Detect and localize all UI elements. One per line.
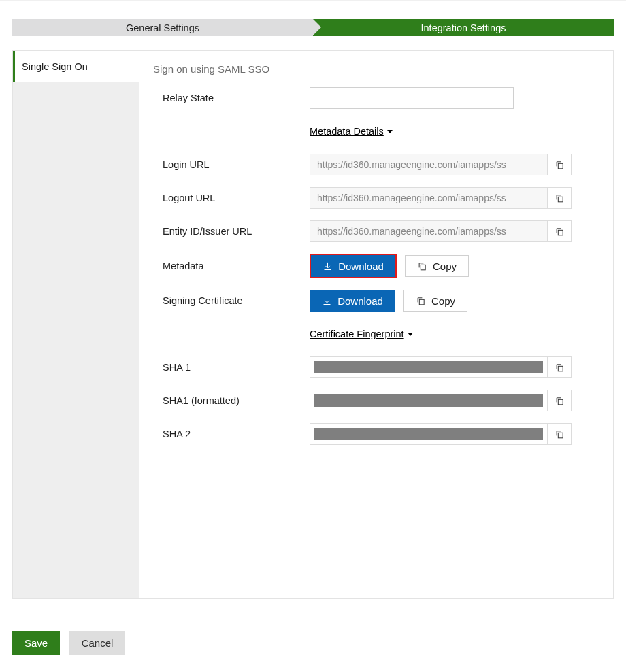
entity-id-field[interactable] [310,220,548,242]
copy-sha1-button[interactable] [548,356,572,378]
label-logout-url: Logout URL [153,192,310,203]
label-login-url: Login URL [153,159,310,170]
settings-panel: Single Sign On Sign on using SAML SSO Re… [12,50,614,599]
metadata-details-label: Metadata Details [310,126,384,137]
download-metadata-button[interactable]: Download [311,255,395,277]
copy-sha1-formatted-button[interactable] [548,390,572,411]
copy-icon [417,261,427,271]
redacted-value [314,394,543,407]
logout-url-field[interactable] [310,187,548,209]
copy-entity-id-button[interactable] [548,220,572,242]
download-label: Download [337,295,383,307]
svg-rect-6 [558,399,563,405]
copy-sha2-button[interactable] [548,423,572,445]
copy-certificate-button[interactable]: Copy [403,290,467,312]
sidebar: Single Sign On [13,51,139,598]
save-button[interactable]: Save [12,631,60,655]
tab-integration-settings[interactable]: Integration Settings [313,19,614,36]
svg-rect-1 [558,197,563,202]
certificate-fingerprint-toggle[interactable]: Certificate Fingerprint [310,329,413,339]
download-certificate-button[interactable]: Download [310,290,395,312]
download-icon [323,261,333,271]
content-area: Sign on using SAML SSO Relay State Metad… [139,51,613,598]
label-signing-certificate: Signing Certificate [153,295,310,306]
copy-icon [416,296,426,306]
copy-label: Copy [431,295,455,307]
label-sha1: SHA 1 [153,362,310,373]
sha1-field[interactable] [310,356,548,378]
copy-icon [555,193,565,203]
caret-down-icon [408,333,413,336]
cancel-button[interactable]: Cancel [69,631,125,655]
tab-general-settings[interactable]: General Settings [12,19,313,36]
section-title: Sign on using SAML SSO [153,63,598,75]
footer-actions: Save Cancel [0,599,626,671]
copy-login-url-button[interactable] [548,154,572,175]
label-sha1-formatted: SHA1 (formatted) [153,395,310,406]
download-label: Download [338,261,384,272]
sidebar-item-single-sign-on[interactable]: Single Sign On [13,51,139,82]
copy-metadata-button[interactable]: Copy [405,255,469,277]
label-entity-id: Entity ID/Issuer URL [153,226,310,237]
metadata-details-toggle[interactable]: Metadata Details [310,126,393,137]
svg-rect-0 [558,163,563,169]
label-sha2: SHA 2 [153,429,310,439]
svg-rect-2 [558,230,563,235]
download-icon [322,296,332,306]
copy-logout-url-button[interactable] [548,187,572,209]
svg-rect-4 [419,299,424,305]
svg-rect-3 [421,265,425,270]
sha1-formatted-field[interactable] [310,390,548,411]
redacted-value [314,428,543,440]
caret-down-icon [387,130,393,133]
relay-state-input[interactable] [310,87,514,109]
copy-icon [555,160,565,170]
svg-rect-5 [558,366,563,371]
copy-icon [555,396,565,406]
highlighted-download-button: Download [310,254,397,278]
redacted-value [314,361,543,373]
copy-icon [555,429,565,439]
certificate-fingerprint-label: Certificate Fingerprint [310,329,404,339]
label-relay-state: Relay State [153,93,310,103]
copy-icon [555,226,565,237]
svg-rect-7 [558,433,563,438]
copy-icon [555,363,565,373]
login-url-field[interactable] [310,154,548,175]
tab-bar: General Settings Integration Settings [12,19,614,36]
label-metadata: Metadata [153,261,310,271]
copy-label: Copy [433,261,457,272]
sha2-field[interactable] [310,423,548,445]
